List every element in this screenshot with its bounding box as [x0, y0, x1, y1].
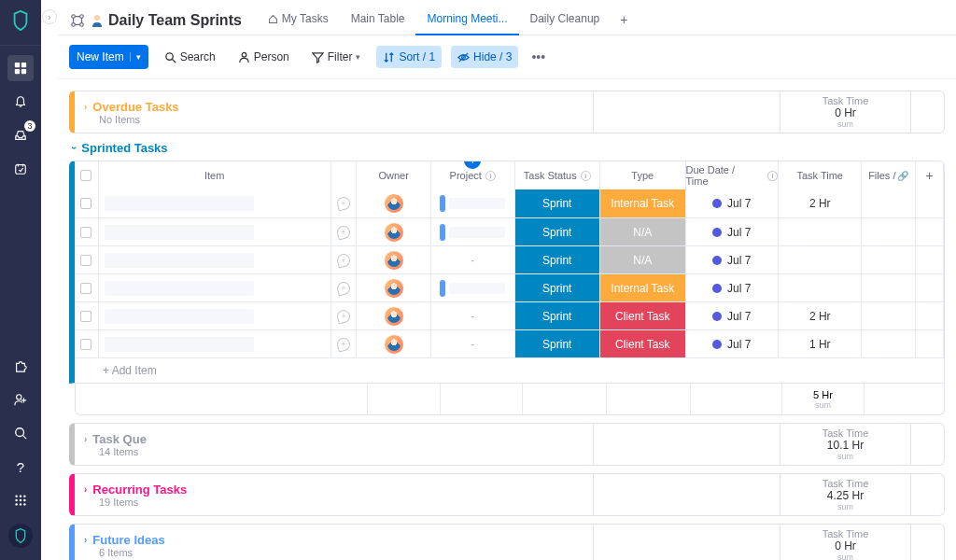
group-task-que[interactable]: ›Task Que14 Items Task Time10.1 Hrsum [69, 423, 945, 466]
tab-my-tasks[interactable]: My Tasks [257, 5, 340, 35]
table-row[interactable]: SprintN/AJul 7 [75, 217, 944, 245]
project-cell[interactable] [431, 274, 515, 301]
item-name-cell[interactable] [99, 330, 331, 357]
search-button[interactable]: Search [158, 46, 222, 68]
col-files[interactable]: Files /🔗 [862, 161, 916, 189]
due-date-cell[interactable]: Jul 7 [686, 218, 779, 245]
integrations-icon[interactable] [69, 12, 86, 29]
table-row[interactable]: SprintInternal TaskJul 7 [75, 273, 944, 301]
files-cell[interactable] [862, 246, 916, 273]
tab-main-table[interactable]: Main Table [340, 5, 416, 35]
add-tab-button[interactable]: + [611, 5, 637, 35]
group-overdue[interactable]: ›Overdue Tasks No Items Task Time 0 Hr s… [69, 91, 945, 133]
row-checkbox[interactable] [75, 246, 99, 273]
row-checkbox[interactable] [75, 189, 99, 217]
due-date-cell[interactable]: Jul 7 [686, 330, 779, 357]
row-checkbox[interactable] [75, 218, 99, 245]
type-cell[interactable]: Internal Task [600, 189, 686, 217]
calendar-icon[interactable] [7, 156, 34, 182]
add-item-row[interactable]: + Add Item [75, 357, 944, 383]
conversation-icon[interactable] [331, 274, 358, 301]
col-item[interactable]: Item [99, 161, 331, 189]
table-row[interactable]: -SprintClient TaskJul 71 Hr [75, 329, 944, 357]
info-icon[interactable]: i [767, 171, 778, 181]
tab-morning-meeting[interactable]: Morning Meeti... [415, 5, 518, 35]
tab-daily-cleanup[interactable]: Daily Cleanup [519, 5, 612, 35]
item-name-cell[interactable] [99, 302, 331, 329]
type-cell[interactable]: Client Task [600, 302, 686, 329]
conversation-icon[interactable] [331, 302, 358, 329]
owner-cell[interactable] [357, 218, 431, 245]
group-future-ideas[interactable]: ›Future Ideas6 Items Task Time0 Hrsum [69, 524, 945, 560]
sort-button[interactable]: Sort / 1 [376, 46, 442, 68]
type-cell[interactable]: N/A [600, 218, 686, 245]
group-sprinted-title[interactable]: › Sprinted Tasks [69, 141, 945, 161]
col-task-time[interactable]: Task Time [779, 161, 863, 189]
project-cell[interactable]: - [431, 302, 515, 329]
item-name-cell[interactable] [99, 274, 331, 301]
add-column-button[interactable]: + [916, 161, 944, 189]
col-owner[interactable]: Owner [357, 161, 431, 189]
project-cell[interactable] [431, 218, 515, 245]
task-time-cell[interactable]: 2 Hr [779, 302, 863, 329]
filter-button[interactable]: Filter ▾ [305, 46, 368, 68]
app-logo-icon[interactable] [7, 7, 34, 34]
inbox-icon[interactable]: 3 [7, 122, 34, 148]
task-time-cell[interactable]: 1 Hr [779, 330, 863, 357]
type-cell[interactable]: Internal Task [600, 274, 686, 301]
task-time-cell[interactable] [779, 218, 863, 245]
conversation-icon[interactable] [331, 246, 358, 273]
conversation-icon[interactable] [331, 218, 358, 245]
table-row[interactable]: -SprintClient TaskJul 72 Hr [75, 301, 944, 329]
status-cell[interactable]: Sprint [515, 189, 601, 217]
project-cell[interactable]: - [431, 330, 515, 357]
select-all-checkbox[interactable] [75, 161, 99, 189]
help-icon[interactable]: ? [7, 454, 34, 480]
project-cell[interactable]: - [431, 246, 515, 273]
info-icon[interactable]: i [581, 171, 591, 181]
owner-cell[interactable] [357, 246, 431, 273]
item-name-cell[interactable] [99, 218, 331, 245]
col-status[interactable]: Task Statusi [515, 161, 601, 189]
files-cell[interactable] [862, 302, 916, 329]
owner-cell[interactable] [357, 274, 431, 301]
item-name-cell[interactable] [99, 246, 331, 273]
owner-cell[interactable] [357, 302, 431, 329]
col-due-date[interactable]: Due Date / Timei [686, 161, 779, 189]
due-date-cell[interactable]: Jul 7 [686, 246, 779, 273]
conversation-icon[interactable] [331, 189, 358, 217]
task-time-cell[interactable] [779, 274, 863, 301]
invite-icon[interactable] [7, 386, 34, 413]
group-recurring[interactable]: ›Recurring Tasks19 Items Task Time4.25 H… [69, 473, 945, 516]
due-date-cell[interactable]: Jul 7 [686, 274, 779, 301]
new-item-button[interactable]: New Item ▾ [69, 45, 148, 69]
due-date-cell[interactable]: Jul 7 [686, 302, 779, 329]
files-cell[interactable] [862, 274, 916, 301]
hide-button[interactable]: Hide / 3 [451, 46, 518, 68]
owner-cell[interactable] [357, 189, 431, 217]
profile-avatar-icon[interactable] [7, 523, 34, 549]
type-cell[interactable]: N/A [600, 246, 686, 273]
table-row[interactable]: -SprintN/AJul 7 [75, 245, 944, 273]
workspaces-icon[interactable] [7, 55, 34, 81]
person-filter-button[interactable]: Person [232, 46, 296, 68]
due-date-cell[interactable]: Jul 7 [686, 189, 779, 217]
column-add-button[interactable]: + [464, 161, 481, 169]
col-project[interactable]: + Projecti [431, 161, 515, 189]
task-time-cell[interactable]: 2 Hr [779, 189, 863, 217]
files-cell[interactable] [862, 218, 916, 245]
more-options-button[interactable]: ••• [527, 46, 549, 68]
status-cell[interactable]: Sprint [515, 274, 601, 301]
owner-cell[interactable] [357, 330, 431, 357]
project-cell[interactable] [431, 189, 515, 217]
files-cell[interactable] [862, 189, 916, 217]
status-cell[interactable]: Sprint [515, 330, 601, 357]
table-row[interactable]: SprintInternal TaskJul 72 Hr [75, 189, 944, 217]
search-icon[interactable] [7, 420, 34, 446]
puzzle-icon[interactable] [7, 353, 34, 379]
notifications-icon[interactable] [7, 89, 34, 115]
chevron-down-icon[interactable]: ▾ [130, 52, 141, 62]
status-cell[interactable]: Sprint [515, 218, 601, 245]
files-cell[interactable] [862, 330, 916, 357]
item-name-cell[interactable] [99, 189, 331, 217]
